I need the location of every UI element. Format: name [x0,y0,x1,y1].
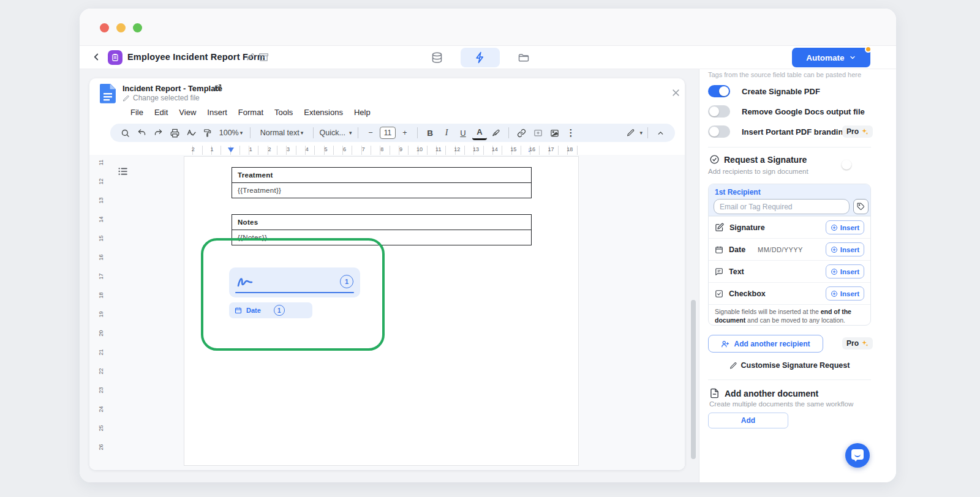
plus-circle-icon [831,224,838,231]
paint-format-icon[interactable] [200,125,215,140]
customise-signature-request-link[interactable]: Customise Signature Request [699,361,880,370]
insert-branding-toggle[interactable] [708,125,730,138]
recipient-number-badge: 1 [274,305,285,316]
chat-widget-button[interactable] [845,443,870,468]
add-another-recipient-button[interactable]: Add another recipient [708,335,823,353]
date-format-hint: MM/DD/YYYY [758,246,803,253]
source-data-tab[interactable] [417,48,456,67]
undo-icon[interactable] [134,125,149,140]
insert-label: Insert [840,268,859,275]
indent-marker-icon[interactable] [228,148,234,152]
change-file-pencil-icon [123,95,130,102]
add-document-button[interactable]: Add [708,413,788,428]
menu-item[interactable]: Tools [270,106,297,118]
archive-icon[interactable] [259,53,268,62]
font-size-increase-button[interactable]: + [398,125,412,140]
collapse-toolbar-icon[interactable] [653,125,668,140]
bold-button[interactable]: B [423,125,437,140]
font-select[interactable]: Quick...▾ [318,125,353,140]
font-size-decrease-button[interactable]: − [363,125,378,140]
margin-marker-icon[interactable]: ↓ [527,146,531,153]
signature-field[interactable]: 1 [229,267,360,297]
output-folder-tab[interactable] [504,48,543,67]
highlight-color-icon[interactable] [489,125,503,140]
print-icon[interactable] [167,125,182,140]
insert-date-button[interactable]: Insert [826,242,864,256]
text-field-row: Text Insert [709,260,870,282]
close-window-icon[interactable] [100,23,109,32]
insert-signature-button[interactable]: Insert [826,220,864,234]
treatment-table-value: {{Treatment}} [232,183,531,198]
back-button[interactable] [91,51,102,62]
maximize-window-icon[interactable] [133,23,142,32]
paragraph-style-select[interactable]: Normal text▾ [255,125,308,140]
checkbox-field-row: Checkbox Insert [709,282,870,304]
document-title: Incident Report - Template [123,84,222,93]
plus-circle-icon [831,268,838,275]
remove-gdocs-output-toggle[interactable] [708,105,730,118]
menu-item[interactable]: View [175,106,200,118]
main-scrollbar[interactable] [691,300,696,459]
date-field-label: Date [246,307,261,314]
menu-item[interactable]: Edit [150,106,172,118]
toolbar-overflow-button[interactable]: ⋮ [564,125,578,140]
font-size-input[interactable]: 11 [380,127,396,139]
settings-sidebar: Tags from the source field table can be … [699,69,896,482]
recipient-card: 1st Recipient Signature Insert [708,184,871,326]
menu-item[interactable]: Help [350,106,375,118]
vertical-ruler[interactable]: 11121314151617181920212223242526 [94,153,108,457]
request-signature-subtitle: Add recipients to sign document [708,168,809,175]
insert-image-icon[interactable] [547,125,562,140]
add-comment-icon[interactable] [530,125,545,140]
field-label: Text [729,267,744,276]
edit-title-icon[interactable] [246,53,255,61]
workflow-automation-tab[interactable] [461,48,500,67]
document-page[interactable]: Treatment {{Treatment}} Notes {{Notes}} … [184,156,579,466]
recipient-email-input[interactable] [714,199,850,214]
editing-mode-select[interactable]: ▾ [627,125,643,140]
menu-item[interactable]: Format [234,106,268,118]
date-field[interactable]: Date 1 [229,302,312,318]
zoom-select[interactable]: 100%▾ [217,125,245,140]
automate-button[interactable]: Automate [792,48,870,67]
italic-button[interactable]: I [439,125,454,140]
insert-text-button[interactable]: Insert [826,264,864,278]
treatment-table-header: Treatment [232,168,531,183]
spellcheck-icon[interactable] [184,125,198,140]
insert-checkbox-button[interactable]: Insert [826,286,864,301]
add-document-title: Add another document [725,389,818,398]
menu-item[interactable]: Extensions [300,106,347,118]
menu-item[interactable]: File [126,106,148,118]
signature-pencil-icon [715,223,724,232]
add-another-document-header: Add another document [709,388,818,398]
notification-dot [865,46,872,53]
insert-tag-button[interactable] [853,199,869,214]
insert-link-icon[interactable] [514,125,529,140]
create-signable-pdf-row: Create Signable PDF [708,85,820,97]
menu-item[interactable]: Insert [203,106,232,118]
plus-circle-icon [831,246,838,253]
field-label: Signature [729,223,765,232]
text-color-button[interactable]: A [472,125,487,140]
request-signature-title: Request a Signature [724,155,807,165]
recipient-number-badge: 1 [340,275,353,288]
minimize-window-icon[interactable] [116,23,126,32]
insert-branding-row: Insert Portant PDF branding [708,125,848,138]
underline-button[interactable]: U [456,125,470,140]
external-link-icon[interactable] [214,84,222,91]
horizontal-ruler[interactable]: 21 123456789101112131415161718 ↓ [89,146,677,155]
create-signable-pdf-toggle[interactable] [708,85,730,97]
document-outline-icon[interactable] [118,167,128,176]
text-bubble-icon [715,267,723,276]
search-icon[interactable] [118,125,132,140]
toggle-label: Create Signable PDF [742,87,820,96]
redo-icon[interactable] [151,125,165,140]
treatment-table[interactable]: Treatment {{Treatment}} [232,167,532,198]
close-icon[interactable] [671,88,680,97]
paragraph-style-value: Normal text [260,129,300,137]
field-label: Date [729,245,745,254]
circle-check-icon [709,154,720,165]
pro-badge: Pro [842,337,873,349]
document-card: Incident Report - Template Change select… [89,78,685,470]
change-selected-file-link[interactable]: Change selected file [133,94,200,102]
